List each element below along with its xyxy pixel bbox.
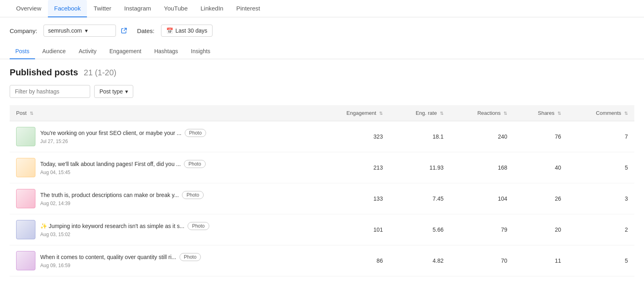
sort-icon: ⇅ <box>504 111 507 116</box>
published-posts-count: 21 (1-20) <box>84 68 116 77</box>
calendar-icon: 📅 <box>166 27 173 34</box>
dates-button[interactable]: 📅 Last 30 days <box>161 25 213 37</box>
post-cell-1: Today, we'll talk about landing pages! F… <box>10 152 316 183</box>
company-value: semrush.com <box>48 27 82 34</box>
post-excerpt: The truth is, product descriptions can m… <box>40 191 204 199</box>
col-shares[interactable]: Shares ⇅ <box>514 105 568 121</box>
sub-tabs: PostsAudienceActivityEngagementHashtagsI… <box>0 44 644 59</box>
post-thumbnail <box>16 158 35 177</box>
top-nav-tab-twitter[interactable]: Twitter <box>87 0 118 17</box>
table-row: ✨ Jumping into keyword research isn't as… <box>10 214 634 245</box>
post-type-button[interactable]: Post type ▾ <box>94 85 133 98</box>
col-reactions[interactable]: Reactions ⇅ <box>450 105 514 121</box>
table-row: Today, we'll talk about landing pages! F… <box>10 152 634 183</box>
company-label: Company: <box>10 27 37 34</box>
post-excerpt: ✨ Jumping into keyword research isn't as… <box>40 222 209 230</box>
table-row: You're working on your first SEO client,… <box>10 121 634 152</box>
post-text: ✨ Jumping into keyword research isn't as… <box>40 222 209 237</box>
post-shares: 76 <box>514 121 568 152</box>
sub-tab-engagement[interactable]: Engagement <box>104 44 147 59</box>
post-engagement: 86 <box>316 245 389 276</box>
post-reactions: 79 <box>450 214 514 245</box>
post-engagement: 213 <box>316 152 389 183</box>
top-nav-tab-pinterest[interactable]: Pinterest <box>230 0 266 17</box>
table-row: The truth is, product descriptions can m… <box>10 183 634 214</box>
post-engagement: 133 <box>316 183 389 214</box>
post-comments: 5 <box>568 245 634 276</box>
sort-icon: ⇅ <box>557 111 561 116</box>
post-eng-rate: 4.82 <box>389 245 450 276</box>
post-excerpt: When it comes to content, quality over q… <box>40 253 201 261</box>
controls-row: Company: semrush.com ▾ Dates: 📅 Last 30 … <box>0 17 644 44</box>
post-date: Aug 09, 16:59 <box>40 263 201 268</box>
col-comments[interactable]: Comments ⇅ <box>568 105 634 121</box>
sub-tab-insights[interactable]: Insights <box>185 44 216 59</box>
post-shares: 26 <box>514 183 568 214</box>
post-type-badge: Photo <box>188 222 209 230</box>
dates-label: Dates: <box>137 27 154 34</box>
post-reactions: 70 <box>450 245 514 276</box>
post-thumbnail <box>16 127 35 146</box>
post-comments: 5 <box>568 152 634 183</box>
post-reactions: 104 <box>450 183 514 214</box>
filter-hashtags-input[interactable] <box>10 85 90 98</box>
sub-tab-audience[interactable]: Audience <box>37 44 71 59</box>
sort-icon: ⇅ <box>440 111 444 116</box>
post-cell-4: When it comes to content, quality over q… <box>10 245 316 276</box>
post-comments: 3 <box>568 183 634 214</box>
chevron-down-icon: ▾ <box>125 88 128 95</box>
sort-icon: ⇅ <box>624 111 628 116</box>
page-content: Published posts 21 (1-20) Post type ▾ Po… <box>0 59 644 284</box>
sort-icon: ⇅ <box>379 111 383 116</box>
post-shares: 20 <box>514 214 568 245</box>
top-nav-tab-overview[interactable]: Overview <box>10 0 48 17</box>
post-text: You're working on your first SEO client,… <box>40 129 206 144</box>
chevron-down-icon: ▾ <box>85 27 88 34</box>
posts-table: Post ⇅ Engagement ⇅ Eng. rate ⇅ Reaction… <box>10 105 634 276</box>
published-posts-title: Published posts 21 (1-20) <box>10 67 116 77</box>
post-shares: 11 <box>514 245 568 276</box>
post-reactions: 240 <box>450 121 514 152</box>
sub-tab-hashtags[interactable]: Hashtags <box>149 44 184 59</box>
post-date: Jul 27, 15:26 <box>40 139 206 144</box>
top-nav: OverviewFacebookTwitterInstagramYouTubeL… <box>0 0 644 17</box>
post-cell-2: The truth is, product descriptions can m… <box>10 183 316 214</box>
post-thumbnail <box>16 220 35 239</box>
table-header: Post ⇅ Engagement ⇅ Eng. rate ⇅ Reaction… <box>10 105 634 121</box>
top-nav-tab-youtube[interactable]: YouTube <box>157 0 194 17</box>
col-post[interactable]: Post ⇅ <box>10 105 316 121</box>
post-reactions: 168 <box>450 152 514 183</box>
post-thumbnail <box>16 251 35 270</box>
post-text: The truth is, product descriptions can m… <box>40 191 204 206</box>
post-text: Today, we'll talk about landing pages! F… <box>40 160 206 175</box>
external-link-button[interactable] <box>121 27 127 34</box>
table-body: You're working on your first SEO client,… <box>10 121 634 276</box>
post-type-badge: Photo <box>184 160 205 168</box>
post-excerpt: Today, we'll talk about landing pages! F… <box>40 160 206 168</box>
post-comments: 7 <box>568 121 634 152</box>
sub-tab-posts[interactable]: Posts <box>10 44 35 59</box>
post-cell-3: ✨ Jumping into keyword research isn't as… <box>10 214 316 245</box>
sort-icon: ⇅ <box>30 111 33 116</box>
top-nav-tab-linkedin[interactable]: LinkedIn <box>194 0 230 17</box>
post-date: Aug 03, 15:02 <box>40 232 209 237</box>
post-text: When it comes to content, quality over q… <box>40 253 201 268</box>
post-cell-0: You're working on your first SEO client,… <box>10 121 316 152</box>
post-excerpt: You're working on your first SEO client,… <box>40 129 206 137</box>
post-engagement: 101 <box>316 214 389 245</box>
post-comments: 2 <box>568 214 634 245</box>
sub-tab-activity[interactable]: Activity <box>73 44 102 59</box>
company-select[interactable]: semrush.com ▾ <box>43 25 116 37</box>
post-engagement: 323 <box>316 121 389 152</box>
col-engagement[interactable]: Engagement ⇅ <box>316 105 389 121</box>
post-type-badge: Photo <box>185 129 206 137</box>
post-thumbnail <box>16 189 35 208</box>
dates-value: Last 30 days <box>175 27 207 34</box>
post-type-badge: Photo <box>182 191 203 199</box>
top-nav-tab-facebook[interactable]: Facebook <box>48 0 87 17</box>
post-type-badge: Photo <box>180 253 201 261</box>
post-date: Aug 02, 14:39 <box>40 201 204 206</box>
top-nav-tab-instagram[interactable]: Instagram <box>118 0 158 17</box>
post-eng-rate: 11.93 <box>389 152 450 183</box>
col-eng-rate[interactable]: Eng. rate ⇅ <box>389 105 450 121</box>
